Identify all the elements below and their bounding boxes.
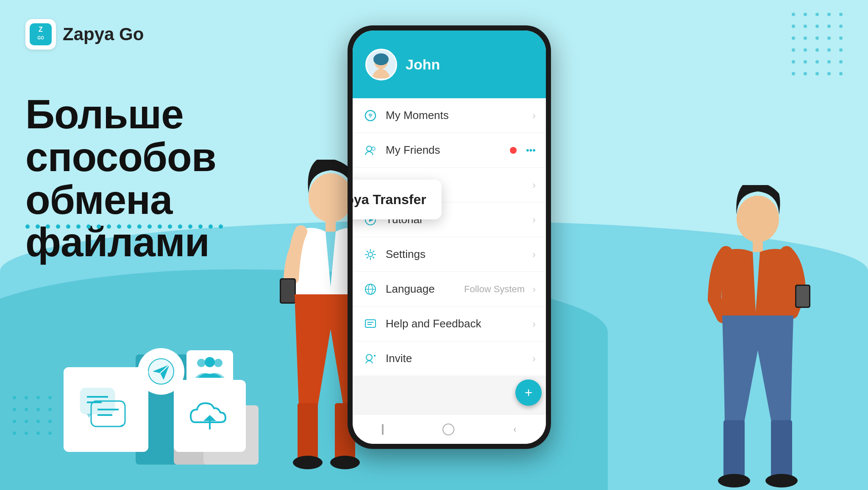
menu-item-feedback[interactable]: Help and Feedback › bbox=[353, 307, 546, 341]
zapya-transfer-popup[interactable]: Zapya Transfer bbox=[353, 180, 442, 219]
feedback-label: Help and Feedback bbox=[386, 317, 525, 330]
moments-chevron: › bbox=[532, 110, 536, 122]
svg-text:GO: GO bbox=[37, 36, 44, 40]
tutorial-chevron: › bbox=[532, 214, 536, 226]
svg-point-36 bbox=[368, 252, 373, 257]
fab-icon: + bbox=[525, 385, 533, 401]
phone-header: John bbox=[353, 30, 546, 98]
menu-item-settings[interactable]: Settings › bbox=[353, 237, 546, 272]
svg-point-6 bbox=[197, 359, 206, 367]
inbox-chevron: › bbox=[532, 179, 536, 191]
svg-point-49 bbox=[737, 196, 779, 242]
nav-home-icon bbox=[442, 424, 454, 435]
headline-line1: Больше способов bbox=[25, 93, 271, 179]
svg-point-31 bbox=[367, 146, 372, 151]
friends-icon bbox=[363, 143, 378, 158]
language-sublabel: Follow System bbox=[464, 284, 525, 295]
nav-back-icon: ‹ bbox=[513, 424, 516, 435]
box-group-icon bbox=[186, 350, 233, 384]
nav-bars-icon bbox=[382, 424, 384, 435]
svg-point-32 bbox=[372, 147, 375, 150]
person-right bbox=[690, 185, 826, 490]
dot-pattern-top-right bbox=[792, 13, 847, 80]
moments-icon bbox=[363, 108, 378, 123]
svg-point-55 bbox=[718, 474, 750, 487]
invite-label: Invite bbox=[386, 352, 525, 365]
phone-screen: John My Moments › My Friends bbox=[353, 30, 546, 444]
settings-icon bbox=[363, 247, 378, 262]
phone-bottom-nav: ‹ bbox=[353, 414, 546, 444]
svg-point-8 bbox=[214, 359, 223, 367]
moments-label: My Moments bbox=[386, 109, 525, 122]
svg-point-56 bbox=[765, 474, 798, 487]
fab-button[interactable]: + bbox=[515, 379, 542, 406]
dot-pattern-bottom-left bbox=[13, 396, 56, 439]
invite-chevron: › bbox=[532, 353, 536, 365]
settings-label: Settings bbox=[386, 248, 525, 261]
menu-item-moments[interactable]: My Moments › bbox=[353, 98, 546, 133]
menu-item-friends[interactable]: My Friends ••• bbox=[353, 133, 546, 168]
box-chat-icon bbox=[64, 367, 148, 452]
feedback-icon bbox=[363, 316, 378, 332]
friends-label: My Friends bbox=[386, 144, 502, 157]
headline-container: Больше способов обмена файлами bbox=[25, 93, 271, 264]
menu-item-invite[interactable]: Invite › bbox=[353, 341, 546, 376]
boxes-area bbox=[59, 321, 263, 465]
svg-rect-22 bbox=[281, 280, 295, 302]
language-label: Language bbox=[386, 282, 456, 296]
svg-rect-24 bbox=[298, 403, 318, 462]
svg-rect-20 bbox=[326, 219, 336, 232]
phone-menu: My Moments › My Friends ••• bbox=[353, 98, 546, 376]
dot-row-decoration bbox=[25, 224, 223, 229]
svg-point-29 bbox=[373, 53, 389, 65]
menu-item-language[interactable]: Language Follow System › bbox=[353, 272, 546, 307]
phone-outer: John My Moments › My Friends bbox=[348, 25, 551, 449]
svg-rect-53 bbox=[723, 420, 745, 479]
svg-text:Z: Z bbox=[39, 26, 43, 33]
box-cloud-icon bbox=[174, 380, 246, 452]
svg-point-43 bbox=[366, 354, 372, 360]
svg-rect-40 bbox=[365, 320, 376, 327]
svg-marker-16 bbox=[119, 424, 123, 426]
transfer-label: Zapya Transfer bbox=[353, 192, 426, 208]
svg-rect-50 bbox=[753, 240, 763, 252]
svg-point-19 bbox=[309, 173, 353, 222]
logo-text: Zapya Go bbox=[63, 24, 144, 44]
language-icon bbox=[363, 282, 378, 297]
svg-rect-54 bbox=[771, 420, 792, 479]
svg-point-7 bbox=[205, 357, 215, 367]
friends-badge bbox=[510, 147, 517, 154]
logo-area: Z GO Zapya Go bbox=[25, 19, 144, 50]
language-chevron: › bbox=[532, 283, 536, 295]
svg-rect-52 bbox=[796, 286, 809, 307]
svg-point-26 bbox=[293, 456, 323, 469]
logo-icon: Z GO bbox=[25, 19, 56, 50]
settings-chevron: › bbox=[532, 249, 536, 260]
user-avatar bbox=[365, 49, 397, 80]
phone-mockup: John My Moments › My Friends bbox=[348, 25, 551, 449]
svg-marker-18 bbox=[203, 415, 216, 421]
headline-line2: обмена файлами bbox=[25, 179, 271, 264]
zapya-go-icon: Z GO bbox=[30, 23, 52, 45]
headline-text: Больше способов обмена файлами bbox=[25, 93, 271, 264]
invite-icon bbox=[363, 351, 378, 366]
friends-dots: ••• bbox=[526, 145, 536, 156]
phone-username: John bbox=[406, 56, 440, 73]
svg-point-27 bbox=[330, 456, 360, 469]
feedback-chevron: › bbox=[532, 318, 536, 330]
